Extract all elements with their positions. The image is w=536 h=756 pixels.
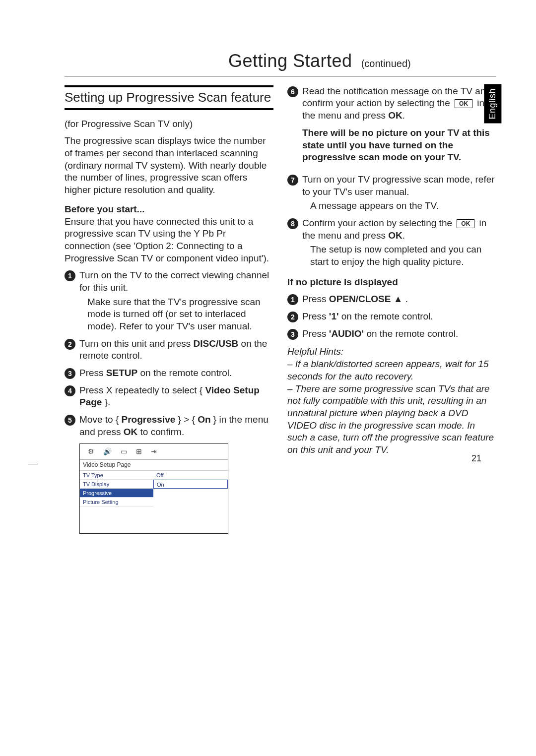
osd-option: Off: [153, 471, 228, 480]
step-number-icon: 5: [65, 415, 75, 426]
alt-step-2: 2 Press '1' on the remote control.: [287, 311, 496, 323]
step-text: to conﬁrm.: [137, 427, 184, 437]
osd-right-pane: Off On: [153, 471, 228, 533]
step-text: Press: [302, 328, 329, 339]
intro-note: (for Progressive Scan TV only): [65, 118, 273, 130]
step-text: Press X repeatedly to select {: [79, 385, 205, 395]
step-6: 6 Read the notiﬁcation message on the TV…: [287, 85, 496, 169]
step-text: .: [402, 110, 405, 121]
language-tab: English: [484, 84, 501, 124]
alt-step-3: 3 Press 'AUDIO' on the remote control.: [287, 328, 496, 340]
grid-icon: ⊞: [136, 447, 142, 456]
step-number-icon: 8: [287, 218, 298, 229]
before-heading: Before you start...: [65, 204, 145, 214]
before-body: Ensure that you have connected this unit…: [65, 216, 269, 263]
step-number-icon: 3: [287, 329, 298, 340]
step-number-icon: 6: [287, 86, 298, 97]
osd-spacer: [80, 506, 153, 533]
button-name: OK: [124, 427, 138, 437]
menu-item: Progressive: [122, 414, 176, 425]
step-number-icon: 1: [65, 270, 75, 281]
hints-label: Helpful Hints:: [287, 346, 343, 357]
page-title: Getting Started: [228, 50, 352, 73]
step-text: Press: [302, 294, 329, 304]
step-subtext: Make sure that the TV's progressive scan…: [87, 297, 261, 331]
step-text: on the remote control.: [364, 328, 458, 339]
step-text: Turn on your TV progressive scan mode, r…: [302, 174, 495, 197]
step-number-icon: 3: [65, 368, 75, 379]
settings-icon: ⚙: [88, 447, 94, 456]
crop-mark-icon: [28, 464, 38, 464]
menu-item: On: [198, 414, 210, 425]
alt-step-1: 1 Press OPEN/CLOSE ▲ .: [287, 293, 496, 306]
no-picture-heading: If no picture is displayed: [287, 276, 496, 289]
step-3: 3 Press SETUP on the remote control.: [65, 367, 273, 379]
osd-item: Picture Setting: [80, 498, 153, 506]
button-name: OK: [388, 110, 402, 121]
step-result: A message appears on the TV.: [310, 200, 439, 211]
page-number: 21: [471, 453, 481, 464]
step-text: Press: [302, 311, 329, 321]
osd-body: TV Type TV Display Progressive Picture S…: [80, 471, 228, 533]
osd-option-selected: On: [153, 480, 228, 489]
button-name: OK: [388, 230, 402, 241]
step-warning: There will be no picture on your TV at t…: [302, 127, 496, 164]
step-text: on the remote control.: [137, 368, 232, 378]
video-icon: ▭: [121, 447, 127, 456]
hint-2: – There are some progressive scan TVs th…: [287, 383, 494, 455]
ok-box-icon: OK: [455, 99, 472, 108]
step-number-icon: 2: [287, 312, 298, 322]
left-column: Setting up Progressive Scan feature (for…: [65, 85, 273, 534]
content-columns: Setting up Progressive Scan feature (for…: [65, 85, 496, 534]
step-4: 4 Press X repeatedly to select { Video S…: [65, 384, 273, 409]
step-7: 7 Turn on your TV progressive scan mode,…: [287, 174, 496, 212]
step-2: 2 Turn on this unit and press DISC/USB o…: [65, 338, 273, 362]
osd-item: TV Type: [80, 471, 153, 480]
step-text: Turn on the TV to the correct viewing ch…: [79, 270, 269, 293]
step-text: .: [402, 230, 405, 241]
right-column: 6 Read the notiﬁcation message on the TV…: [287, 85, 496, 534]
step-number-icon: 4: [65, 385, 75, 396]
step-text: }.: [102, 397, 110, 407]
step-text: Move to {: [79, 414, 122, 425]
osd-header: Video Setup Page: [80, 460, 228, 471]
section-rule: Setting up Progressive Scan feature: [65, 85, 273, 110]
osd-menu-figure: ⚙ 🔊 ▭ ⊞ ⇥ Video Setup Page TV Type TV Di…: [79, 443, 228, 534]
step-text: Turn on this unit and press: [79, 338, 194, 349]
step-5: 5 Move to { Progressive } > { On } in th…: [65, 414, 273, 438]
osd-item-selected: Progressive: [80, 489, 153, 498]
step-number-icon: 7: [287, 175, 298, 186]
page-header: Getting Started (continued): [65, 50, 496, 76]
step-text: on the remote control.: [338, 311, 433, 321]
button-name: '1': [329, 311, 339, 321]
step-text: Press: [79, 368, 106, 378]
exit-icon: ⇥: [151, 447, 157, 456]
step-8: 8 Conﬁrm your action by selecting the OK…: [287, 217, 496, 268]
button-name: 'AUDIO': [329, 328, 364, 339]
audio-icon: 🔊: [103, 447, 112, 456]
step-1: 1 Turn on the TV to the correct viewing …: [65, 269, 273, 332]
continued-label: (continued): [361, 57, 411, 70]
step-number-icon: 1: [287, 294, 298, 305]
osd-item: TV Display: [80, 480, 153, 489]
manual-page: English Getting Started (continued) Sett…: [0, 0, 536, 564]
osd-left-pane: TV Type TV Display Progressive Picture S…: [80, 471, 153, 533]
step-result: The setup is now completed and you can s…: [310, 244, 481, 267]
section-title: Setting up Progressive Scan feature: [65, 87, 273, 108]
step-number-icon: 2: [65, 339, 75, 350]
step-text: } > {: [175, 414, 198, 425]
step-text: Conﬁrm your action by selecting the: [302, 218, 455, 228]
intro-body: The progressive scan displays twice the …: [65, 135, 273, 196]
button-name: DISC/USB: [194, 338, 239, 349]
osd-tab-bar: ⚙ 🔊 ▭ ⊞ ⇥: [80, 444, 228, 460]
button-name: SETUP: [106, 368, 137, 378]
step-text: ▲ .: [391, 294, 408, 304]
button-name: OPEN/CLOSE: [329, 294, 391, 304]
hint-1: – If a blank/distorted screen appears, w…: [287, 359, 489, 381]
ok-box-icon: OK: [457, 219, 474, 228]
